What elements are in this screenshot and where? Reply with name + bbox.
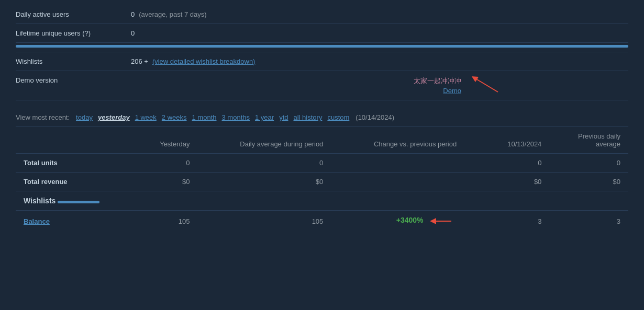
period-3months[interactable]: 3 months (221, 113, 251, 121)
wishlists-row: Wishlists 206 + (view detailed wishlist … (16, 52, 628, 71)
table-container: Yesterday Daily average during period Ch… (0, 127, 644, 232)
wishlists-progress-bar (58, 201, 99, 203)
total-revenue-date: $0 (464, 173, 549, 191)
balance-change-value: +3400% (396, 216, 424, 224)
balance-yesterday: 105 (125, 211, 198, 232)
period-ytd[interactable]: ytd (278, 113, 289, 121)
wishlists-daily-avg-empty (198, 191, 331, 211)
period-custom[interactable]: custom (326, 113, 350, 121)
demo-chinese-text: 太家一起冲冲冲 (414, 76, 461, 86)
lifetime-unique-users-label: Lifetime unique users (?) (16, 29, 131, 37)
period-section: View most recent: today yesterday 1 week… (0, 100, 644, 127)
wishlists-section-label: Wishlists (16, 191, 125, 211)
wishlists-label: Wishlists (16, 58, 131, 65)
progress-bar-container (16, 43, 628, 52)
balance-label: Balance (16, 211, 125, 232)
lifetime-unique-users-value: 0 (131, 29, 135, 37)
total-revenue-row: Total revenue $0 $0 $0 $0 (16, 173, 628, 191)
wishlists-breakdown-link[interactable]: (view detailed wishlist breakdown) (152, 58, 256, 65)
balance-arrow-svg (430, 216, 457, 226)
period-1year[interactable]: 1 year (254, 113, 275, 121)
period-bar: View most recent: today yesterday 1 week… (16, 108, 628, 127)
total-units-date: 0 (464, 154, 549, 173)
total-units-change (331, 154, 464, 173)
balance-date: 3 (464, 211, 549, 232)
total-units-daily-avg: 0 (198, 154, 331, 173)
demo-version-label: Demo version (16, 76, 131, 84)
total-units-yesterday: 0 (125, 154, 198, 173)
col-header-yesterday: Yesterday (125, 127, 198, 154)
period-current-date: (10/14/2024) (356, 113, 394, 121)
progress-bar (16, 45, 628, 48)
col-header-change: Change vs. previous period (331, 127, 464, 154)
period-2weeks[interactable]: 2 weeks (161, 113, 188, 121)
total-revenue-daily-avg: $0 (198, 173, 331, 191)
total-units-label: Total units (16, 154, 125, 173)
period-all-history[interactable]: all history (292, 113, 323, 121)
total-revenue-prev-avg: $0 (549, 173, 628, 191)
svg-line-1 (474, 78, 498, 92)
wishlists-yesterday-empty (125, 191, 198, 211)
daily-active-users-row: Daily active users 0 (average, past 7 da… (16, 5, 628, 24)
total-revenue-label: Total revenue (16, 173, 125, 191)
balance-link[interactable]: Balance (24, 217, 50, 225)
total-revenue-yesterday: $0 (125, 173, 198, 191)
period-bar-label: View most recent: (16, 113, 70, 121)
demo-link[interactable]: Demo (443, 87, 461, 95)
balance-change: +3400% (331, 211, 464, 232)
period-yesterday[interactable]: yesterday (97, 113, 131, 121)
period-today[interactable]: today (75, 113, 94, 121)
wishlists-date-empty (464, 191, 549, 211)
total-units-prev-avg: 0 (549, 154, 628, 173)
col-header-daily-avg: Daily average during period (198, 127, 331, 154)
col-header-date: 10/13/2024 (464, 127, 549, 154)
daily-active-users-label: Daily active users (16, 10, 131, 18)
arrow-annotation (467, 74, 503, 96)
table-header-row: Yesterday Daily average during period Ch… (16, 127, 628, 154)
lifetime-unique-users-row: Lifetime unique users (?) 0 (16, 24, 628, 43)
daily-active-users-note: (average, past 7 days) (139, 10, 206, 18)
balance-daily-avg: 105 (198, 211, 331, 232)
balance-prev-avg: 3 (549, 211, 628, 232)
total-units-row: Total units 0 0 0 0 (16, 154, 628, 173)
daily-active-users-value: 0 (131, 10, 135, 18)
annotation-arrow-svg (467, 74, 503, 95)
demo-version-row: Demo version 太家一起冲冲冲 Demo (16, 71, 628, 100)
col-header-name (16, 127, 125, 154)
stats-table: Yesterday Daily average during period Ch… (16, 127, 628, 232)
total-revenue-change (331, 173, 464, 191)
period-1month[interactable]: 1 month (191, 113, 218, 121)
col-header-prev-avg: Previous daily average (549, 127, 628, 154)
wishlists-value: 206 + (131, 58, 148, 65)
period-1week[interactable]: 1 week (134, 113, 158, 121)
wishlists-section-row: Wishlists (16, 191, 628, 211)
wishlists-change-empty (331, 191, 464, 211)
balance-row: Balance 105 105 +3400% (16, 211, 628, 232)
wishlists-prev-avg-empty (549, 191, 628, 211)
demo-version-content: 太家一起冲冲冲 Demo (414, 76, 461, 95)
